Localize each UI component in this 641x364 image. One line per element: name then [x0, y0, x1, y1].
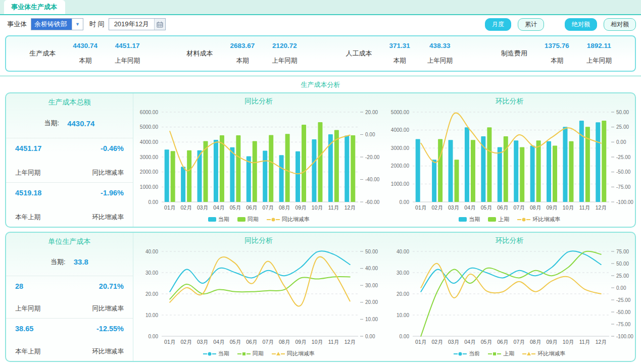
svg-text:06月: 06月 [246, 204, 257, 211]
metric-current-value: 4430.74 [73, 42, 97, 49]
svg-text:5000.00: 5000.00 [390, 110, 409, 115]
mom-chart-legend: 当期上期环比增减率 [384, 216, 635, 227]
total-production-cost-panel: 生产成本总额 当期: 4430.74 4451.17上年同期 -0.46%同比增… [5, 92, 636, 228]
svg-text:10月: 10月 [312, 339, 323, 345]
legend-bar-swatch [208, 217, 216, 222]
yoy-analysis-chart: 同比分析 0.001000.002000.003000.004000.00500… [133, 93, 384, 227]
metric-current-value: 2683.67 [230, 42, 255, 49]
legend-item[interactable]: 同比增减率 [272, 350, 315, 357]
svg-text:06月: 06月 [246, 339, 257, 345]
cumulative-button[interactable]: 累计 [518, 18, 544, 31]
prior-period-label: 本年上期 [15, 213, 41, 222]
svg-text:03月: 03月 [448, 204, 459, 211]
svg-text:05月: 05月 [230, 204, 241, 211]
mom-analysis-chart: 环比分析 0.0010.0020.0030.0040.00-100.00-75.… [384, 233, 635, 361]
svg-text:0.00: 0.00 [149, 334, 159, 339]
legend-line-swatch [203, 351, 216, 356]
svg-text:0.00: 0.00 [365, 132, 375, 137]
unit-cost-card: 单位生产成本 当期: 33.8 28上年同期 20.71%同比增减率 38.65… [6, 233, 133, 361]
yoy-rate-label: 同比增减率 [92, 169, 124, 177]
metric-prior-value: 2120.72 [272, 42, 297, 49]
legend-item[interactable]: 当期 [203, 350, 229, 357]
summary-material-cost: 材料成本 2683.67本期 2120.72上年同期 [163, 42, 320, 65]
legend-item[interactable]: 同期 [237, 350, 264, 357]
legend-item[interactable]: 上期 [488, 216, 509, 223]
legend-label: 当期 [469, 216, 480, 223]
legend-line-swatch [237, 351, 251, 356]
svg-text:-60.00: -60.00 [365, 199, 380, 205]
time-value: 2019年12月 [109, 19, 154, 30]
metric-name: 人工成本 [346, 49, 372, 58]
svg-text:02月: 02月 [181, 339, 192, 345]
mom-rate-value: -12.55% [92, 325, 124, 333]
svg-text:-25.00: -25.00 [616, 297, 631, 303]
chevron-down-icon[interactable]: ▼ [72, 19, 83, 30]
time-picker[interactable]: 2019年12月 [109, 18, 166, 30]
metric-name: 制造费用 [501, 49, 527, 58]
metric-name: 材料成本 [186, 49, 213, 58]
legend-item[interactable]: 同比增减率 [267, 216, 310, 223]
legend-item[interactable]: 同期 [237, 216, 259, 223]
prior-year-label: 上年同期 [15, 169, 41, 177]
svg-text:-50.00: -50.00 [616, 169, 631, 175]
svg-text:11月: 11月 [579, 339, 589, 345]
svg-text:05月: 05月 [230, 339, 241, 345]
mom-analysis-chart: 环比分析 0.001000.002000.003000.004000.00500… [384, 93, 635, 227]
metric-prior-label: 上年同期 [427, 57, 453, 65]
legend-bar-swatch [237, 217, 245, 222]
legend-line-swatch [267, 217, 280, 222]
svg-text:50.00: 50.00 [616, 261, 629, 267]
legend-line-swatch [517, 217, 530, 222]
svg-text:09月: 09月 [295, 204, 306, 211]
svg-text:04月: 04月 [464, 204, 475, 211]
svg-text:-100.00: -100.00 [616, 334, 633, 339]
svg-text:30.00: 30.00 [365, 283, 378, 288]
metric-name: 生产成本 [29, 49, 56, 58]
svg-text:04月: 04月 [213, 204, 224, 211]
svg-text:06月: 06月 [497, 339, 508, 345]
monthly-button[interactable]: 月度 [485, 18, 511, 31]
svg-text:1000.00: 1000.00 [140, 184, 159, 190]
svg-text:4000.00: 4000.00 [390, 127, 409, 133]
svg-text:4000.00: 4000.00 [140, 139, 159, 145]
svg-text:-50.00: -50.00 [616, 309, 631, 315]
svg-text:40.00: 40.00 [365, 266, 378, 271]
svg-text:01月: 01月 [164, 204, 175, 211]
tab-business-production-cost[interactable]: 事业体生产成本 [4, 0, 65, 14]
svg-text:75.00: 75.00 [616, 249, 629, 254]
business-unit-select[interactable]: 余桥铸铁部 ▼ [31, 18, 83, 30]
svg-text:10.00: 10.00 [145, 313, 158, 318]
prior-period-value: 4519.18 [15, 189, 41, 197]
legend-item[interactable]: 当期 [208, 216, 229, 223]
current-period-label: 当期: [44, 119, 60, 128]
svg-text:0.00: 0.00 [149, 199, 159, 205]
legend-item[interactable]: 环比增减率 [517, 216, 560, 223]
legend-line-swatch [272, 351, 285, 356]
legend-label: 同比增减率 [287, 350, 315, 357]
metric-current-label: 本期 [230, 57, 255, 65]
metric-prior-value: 438.33 [427, 42, 453, 49]
legend-item[interactable]: 环比增减率 [522, 350, 565, 357]
legend-item[interactable]: 当前 [454, 350, 480, 357]
svg-text:10.00: 10.00 [396, 313, 409, 318]
svg-text:09月: 09月 [546, 204, 557, 211]
legend-label: 环比增减率 [537, 350, 565, 357]
relative-amount-button[interactable]: 相对额 [604, 18, 636, 31]
svg-text:11月: 11月 [328, 339, 339, 345]
calendar-icon[interactable] [154, 19, 165, 30]
summary-manufacturing-overhead: 制造费用 1375.76本期 1892.11上年同期 [478, 42, 635, 65]
legend-line-swatch [454, 351, 467, 356]
yoy-rate-label: 同比增减率 [92, 304, 124, 313]
svg-text:07月: 07月 [263, 339, 274, 345]
legend-item[interactable]: 当期 [459, 216, 480, 223]
svg-text:40.00: 40.00 [145, 249, 158, 254]
svg-text:08月: 08月 [279, 339, 290, 345]
svg-text:03月: 03月 [197, 204, 208, 211]
svg-text:25.00: 25.00 [616, 273, 629, 279]
legend-item[interactable]: 上期 [488, 350, 514, 357]
svg-text:20.00: 20.00 [365, 110, 378, 115]
svg-text:04月: 04月 [464, 339, 475, 345]
prior-period-value: 38.65 [15, 325, 40, 333]
absolute-amount-button[interactable]: 绝对额 [565, 18, 597, 31]
legend-label: 当期 [218, 350, 229, 357]
